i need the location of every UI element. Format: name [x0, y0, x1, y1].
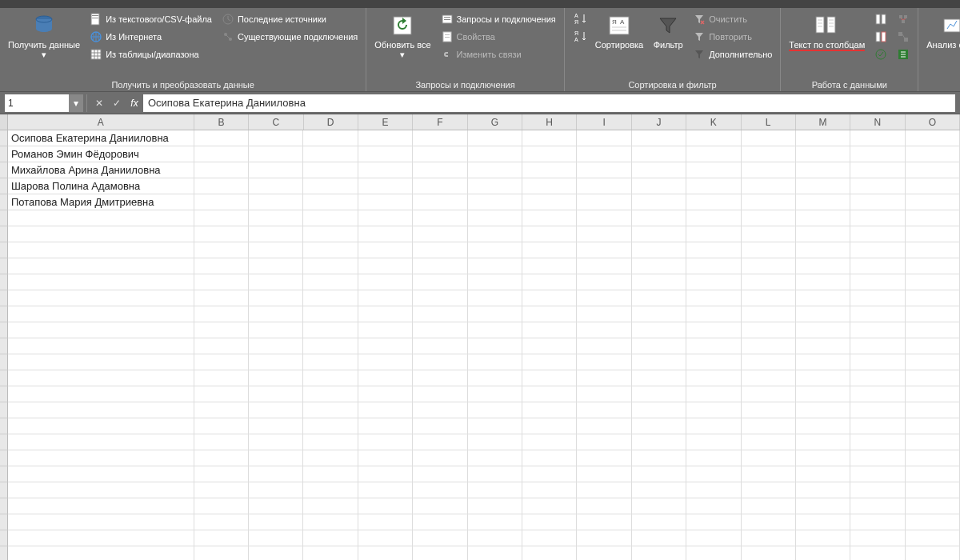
- from-table-button[interactable]: Из таблицы/диапазона: [86, 46, 215, 62]
- cell[interactable]: [796, 498, 850, 514]
- cell[interactable]: [742, 258, 796, 274]
- cell[interactable]: [468, 194, 522, 210]
- cell[interactable]: [194, 226, 249, 242]
- cell[interactable]: [194, 354, 249, 370]
- cell[interactable]: [906, 466, 960, 482]
- cell[interactable]: [850, 546, 905, 560]
- cell[interactable]: [8, 306, 194, 322]
- cell[interactable]: [906, 322, 960, 338]
- data-validation-button[interactable]: [871, 46, 890, 62]
- cell[interactable]: [686, 194, 741, 210]
- cell[interactable]: [742, 322, 796, 338]
- row-header[interactable]: [0, 258, 8, 274]
- get-data-button[interactable]: Получить данные ▾: [5, 11, 83, 61]
- cell[interactable]: [194, 482, 249, 498]
- cell[interactable]: [249, 178, 303, 194]
- cell[interactable]: [632, 418, 686, 434]
- cell[interactable]: [468, 146, 522, 162]
- cell[interactable]: [8, 290, 194, 306]
- cell[interactable]: [358, 546, 413, 560]
- cell[interactable]: [413, 514, 467, 530]
- cell[interactable]: [742, 290, 796, 306]
- cell[interactable]: [413, 242, 467, 258]
- cell[interactable]: [796, 338, 850, 354]
- cell[interactable]: Потапова Мария Дмитриевна: [8, 194, 194, 210]
- cell[interactable]: [850, 306, 905, 322]
- cell[interactable]: [8, 418, 194, 434]
- cell[interactable]: [194, 242, 249, 258]
- cell[interactable]: [522, 434, 577, 450]
- cell[interactable]: [742, 210, 796, 226]
- column-header[interactable]: M: [796, 114, 850, 130]
- cell[interactable]: [796, 178, 850, 194]
- cell[interactable]: [8, 514, 194, 530]
- cell[interactable]: [742, 162, 796, 178]
- cell[interactable]: [742, 338, 796, 354]
- cell[interactable]: [686, 210, 741, 226]
- cell[interactable]: [249, 306, 303, 322]
- cell[interactable]: [906, 178, 960, 194]
- cell[interactable]: [303, 530, 358, 546]
- cell[interactable]: [577, 482, 631, 498]
- cell[interactable]: [742, 402, 796, 418]
- cell[interactable]: [194, 306, 249, 322]
- cell[interactable]: [413, 354, 467, 370]
- cell[interactable]: [194, 258, 249, 274]
- cell[interactable]: [194, 386, 249, 402]
- cell[interactable]: [303, 418, 358, 434]
- cell[interactable]: [906, 386, 960, 402]
- flash-fill-button[interactable]: [871, 11, 890, 27]
- cell[interactable]: [632, 290, 686, 306]
- cell[interactable]: [742, 194, 796, 210]
- cell[interactable]: [522, 338, 577, 354]
- cell[interactable]: [194, 434, 249, 450]
- cell[interactable]: [468, 546, 522, 560]
- cell[interactable]: [850, 466, 905, 482]
- cell[interactable]: [686, 130, 741, 146]
- cell[interactable]: [577, 338, 631, 354]
- cell[interactable]: [742, 498, 796, 514]
- cell[interactable]: [742, 242, 796, 258]
- cell[interactable]: [194, 370, 249, 386]
- cell[interactable]: [906, 418, 960, 434]
- cell[interactable]: [577, 290, 631, 306]
- cell[interactable]: [632, 258, 686, 274]
- cell[interactable]: [796, 386, 850, 402]
- cell[interactable]: [577, 450, 631, 466]
- cell[interactable]: [522, 242, 577, 258]
- column-header[interactable]: G: [468, 114, 522, 130]
- cell[interactable]: [632, 274, 686, 290]
- cell[interactable]: [358, 290, 413, 306]
- cell[interactable]: [522, 226, 577, 242]
- cell[interactable]: [686, 178, 741, 194]
- row-header[interactable]: [0, 242, 8, 258]
- cell[interactable]: [358, 354, 413, 370]
- cell[interactable]: [303, 146, 358, 162]
- cell[interactable]: [850, 386, 905, 402]
- cell[interactable]: [303, 482, 358, 498]
- row-header[interactable]: [0, 498, 8, 514]
- cell[interactable]: [522, 162, 577, 178]
- cell[interactable]: [468, 274, 522, 290]
- cell[interactable]: [577, 306, 631, 322]
- cell[interactable]: [8, 338, 194, 354]
- column-header[interactable]: K: [686, 114, 741, 130]
- cell[interactable]: [468, 402, 522, 418]
- cell[interactable]: [577, 498, 631, 514]
- cell[interactable]: [413, 258, 467, 274]
- cell[interactable]: [249, 130, 303, 146]
- cell[interactable]: [303, 402, 358, 418]
- cell[interactable]: [906, 130, 960, 146]
- cell[interactable]: [358, 226, 413, 242]
- cell[interactable]: [303, 370, 358, 386]
- cell[interactable]: [632, 226, 686, 242]
- cell[interactable]: [303, 546, 358, 560]
- cell[interactable]: [850, 370, 905, 386]
- cell[interactable]: [413, 194, 467, 210]
- cell[interactable]: [468, 290, 522, 306]
- cell[interactable]: [8, 402, 194, 418]
- cell[interactable]: [906, 146, 960, 162]
- cell[interactable]: [742, 418, 796, 434]
- cell[interactable]: [796, 258, 850, 274]
- cell[interactable]: [249, 242, 303, 258]
